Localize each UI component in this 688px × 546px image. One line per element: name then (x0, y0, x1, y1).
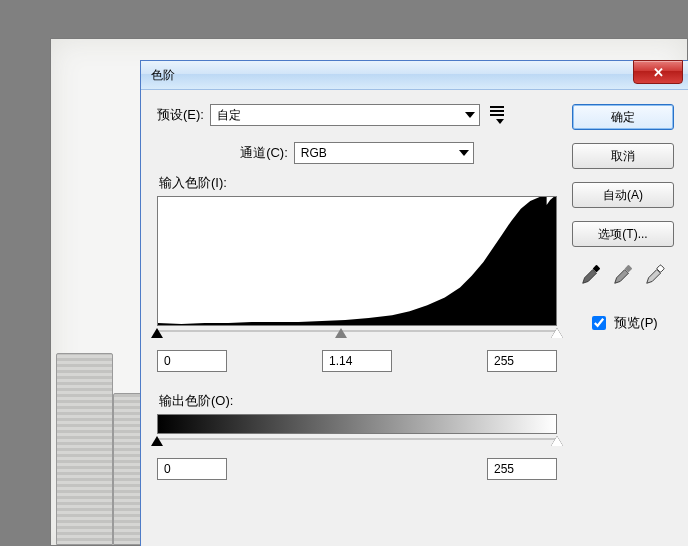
channel-row: 通道(C): RGB (157, 142, 557, 164)
output-slider[interactable] (157, 436, 557, 450)
gamma-input[interactable]: 1.14 (322, 350, 392, 372)
preset-menu-icon[interactable] (490, 106, 504, 124)
input-levels-label: 输入色阶(I): (159, 174, 557, 192)
out-highlight-thumb[interactable] (551, 436, 563, 446)
input-slider[interactable] (157, 328, 557, 342)
highlight-input[interactable]: 255 (487, 350, 557, 372)
options-button[interactable]: 选项(T)... (572, 221, 674, 247)
dialog-title: 色阶 (151, 67, 175, 84)
channel-label: 通道(C): (240, 144, 288, 162)
eyedropper-white-icon[interactable] (644, 264, 666, 286)
title-bar[interactable]: 色阶 ✕ (141, 60, 688, 90)
preview-input[interactable] (592, 316, 606, 330)
ok-button[interactable]: 确定 (572, 104, 674, 130)
button-column: 确定 取消 自动(A) 选项(T)... 预览 (573, 104, 673, 333)
shadow-input[interactable]: 0 (157, 350, 227, 372)
eyedropper-row (580, 264, 666, 286)
auto-button[interactable]: 自动(A) (572, 182, 674, 208)
levels-dialog: 色阶 ✕ 预设(E): 自定 确定 取消 (140, 60, 688, 546)
out-shadow-thumb[interactable] (151, 436, 163, 446)
out-shadow-input[interactable]: 0 (157, 458, 227, 480)
channel-dropdown[interactable]: RGB (294, 142, 474, 164)
eyedropper-black-icon[interactable] (580, 264, 602, 286)
preset-dropdown[interactable]: 自定 (210, 104, 480, 126)
chevron-down-icon (459, 150, 469, 156)
close-icon: ✕ (653, 65, 664, 80)
histogram (157, 196, 557, 326)
output-gradient (157, 414, 557, 434)
preview-label: 预览(P) (614, 314, 657, 332)
cancel-button[interactable]: 取消 (572, 143, 674, 169)
gamma-thumb[interactable] (335, 328, 347, 338)
preset-value: 自定 (217, 107, 241, 124)
levels-panel: 通道(C): RGB 输入色阶(I): (157, 142, 557, 518)
eyedropper-gray-icon[interactable] (612, 264, 634, 286)
input-values-row: 0 1.14 255 (157, 350, 557, 372)
output-values-row: 0 255 (157, 458, 557, 480)
close-button[interactable]: ✕ (633, 60, 683, 84)
channel-value: RGB (301, 146, 327, 160)
preview-checkbox[interactable]: 预览(P) (588, 313, 657, 333)
chevron-down-icon (465, 112, 475, 118)
preset-label: 预设(E): (157, 106, 204, 124)
highlight-thumb[interactable] (551, 328, 563, 338)
output-levels-label: 输出色阶(O): (159, 392, 557, 410)
shadow-thumb[interactable] (151, 328, 163, 338)
out-highlight-input[interactable]: 255 (487, 458, 557, 480)
